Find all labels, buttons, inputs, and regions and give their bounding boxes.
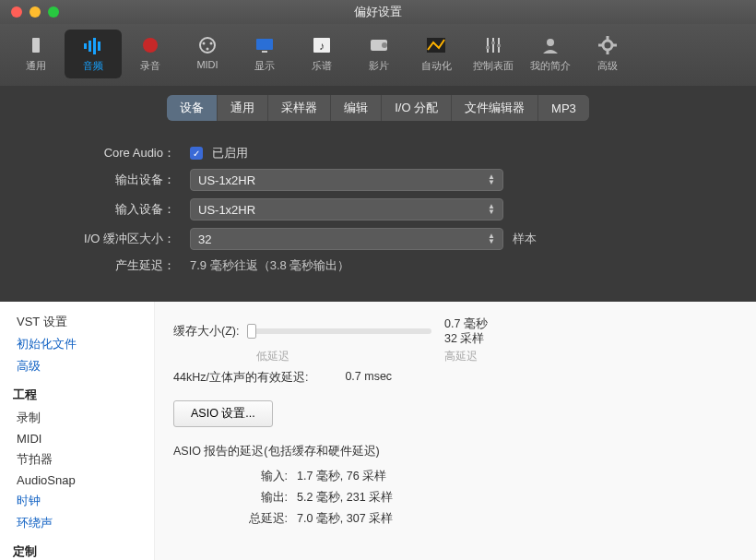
svg-point-23	[547, 39, 554, 46]
toolbar-item-label: 乐谱	[312, 59, 332, 73]
svg-rect-21	[491, 42, 495, 44]
svg-rect-0	[32, 38, 40, 53]
sidebar-item[interactable]: MIDI	[0, 429, 154, 448]
cache-size-label: 缓存大小(Z):	[173, 324, 247, 340]
svg-point-6	[200, 38, 215, 53]
chevron-updown-icon: ▲▼	[488, 233, 495, 244]
toolbar-item-label: 我的简介	[530, 59, 571, 73]
output-device-select[interactable]: US-1x2HR ▲▼	[190, 169, 503, 191]
left-sidebar: VST 设置初始化文件高级工程录制MIDI节拍器AudioSnap时钟环绕声定制…	[0, 302, 155, 560]
toolbar-item-record[interactable]: 录音	[122, 30, 179, 78]
svg-rect-17	[487, 38, 489, 53]
tab-sampler[interactable]: 采样器	[268, 95, 331, 121]
svg-rect-3	[93, 38, 96, 54]
sidebar-item[interactable]: VST 设置	[0, 311, 154, 333]
svg-rect-11	[262, 51, 267, 53]
output-device-label: 输出设备：	[0, 172, 181, 188]
report-output-label: 输出:	[236, 490, 288, 506]
midi-icon	[195, 35, 219, 55]
report-total-value: 7.0 毫秒, 307 采样	[297, 511, 393, 527]
cache-size-slider[interactable]	[247, 328, 431, 334]
toolbar-item-general[interactable]: 通用	[7, 30, 65, 78]
chevron-updown-icon: ▲▼	[488, 174, 495, 185]
svg-point-8	[210, 42, 213, 45]
sidebar-heading: 定制	[0, 534, 154, 560]
svg-rect-10	[256, 39, 273, 50]
sidebar-item[interactable]: AudioSnap	[0, 471, 154, 490]
sidebar-heading: 工程	[0, 377, 154, 407]
tab-strip: 设备通用采样器编辑I/O 分配文件编辑器MP3	[0, 86, 756, 134]
resulting-latency-value: 7.9 毫秒往返（3.8 毫秒输出）	[190, 257, 349, 274]
audio-icon	[81, 35, 105, 55]
toolbar-item-label: 自动化	[421, 59, 452, 73]
tab-mp3[interactable]: MP3	[538, 95, 589, 121]
svg-point-5	[143, 38, 158, 53]
sidebar-item[interactable]: 时钟	[0, 490, 154, 512]
cache-ms-value: 0.7 毫秒	[444, 316, 488, 331]
display-icon	[253, 35, 277, 55]
coreaudio-checkbox[interactable]: ✓	[190, 147, 203, 160]
svg-point-24	[603, 41, 612, 50]
toolbar-item-myinfo[interactable]: 我的简介	[522, 30, 579, 78]
tab-io[interactable]: I/O 分配	[382, 95, 452, 121]
preferences-toolbar: 通用音频录音MIDI显示♪乐谱影片自动化控制表面我的简介高级	[0, 24, 756, 86]
coreaudio-checkbox-label: 已启用	[212, 145, 248, 161]
window-title: 偏好设置	[0, 4, 756, 20]
toolbar-item-advanced[interactable]: 高级	[579, 30, 636, 78]
toolbar-item-label: 音频	[83, 59, 103, 73]
toolbar-item-score[interactable]: ♪乐谱	[293, 30, 350, 78]
right-content: 缓存大小(Z): 0.7 毫秒 32 采样 低延迟 高延迟 44kHz/立体声的…	[155, 302, 756, 560]
tab-fileeditor[interactable]: 文件编辑器	[452, 95, 538, 121]
effective-latency-label: 44kHz/立体声的有效延迟:	[173, 370, 308, 386]
record-icon	[138, 35, 162, 55]
svg-text:♪: ♪	[319, 40, 325, 53]
toolbar-item-midi[interactable]: MIDI	[179, 30, 236, 78]
low-latency-hint: 低延迟	[256, 349, 289, 364]
svg-rect-20	[486, 46, 490, 49]
sidebar-item[interactable]: 节拍器	[0, 448, 154, 471]
toolbar-item-display[interactable]: 显示	[236, 30, 293, 78]
general-icon	[24, 35, 48, 55]
toolbar-item-label: 高级	[597, 59, 618, 73]
toolbar-item-automation[interactable]: 自动化	[408, 30, 465, 78]
svg-point-7	[203, 42, 206, 45]
toolbar-item-label: MIDI	[196, 59, 218, 70]
toolbar-item-label: 通用	[26, 59, 46, 73]
asio-report-title: ASIO 报告的延迟(包括缓存和硬件延迟)	[173, 444, 738, 459]
toolbar-item-label: 影片	[369, 59, 389, 73]
svg-rect-1	[84, 43, 87, 49]
chevron-updown-icon: ▲▼	[488, 204, 495, 215]
tab-devices[interactable]: 设备	[167, 95, 218, 121]
toolbar-item-movie[interactable]: 影片	[350, 30, 408, 78]
svg-rect-2	[89, 41, 91, 52]
svg-rect-4	[98, 42, 100, 51]
buffer-size-suffix: 样本	[513, 231, 537, 247]
toolbar-item-controlsurface[interactable]: 控制表面	[465, 30, 522, 78]
sidebar-item[interactable]: 高级	[0, 355, 154, 377]
automation-icon	[424, 35, 448, 55]
sidebar-item[interactable]: 初始化文件	[0, 333, 154, 355]
report-total-label: 总延迟:	[236, 511, 288, 527]
svg-rect-22	[497, 44, 501, 47]
titlebar: 偏好设置	[0, 0, 756, 24]
sidebar-item[interactable]: 环绕声	[0, 512, 154, 534]
tab-general[interactable]: 通用	[218, 95, 268, 121]
svg-rect-18	[492, 38, 494, 53]
svg-point-15	[382, 42, 387, 48]
advanced-icon	[596, 35, 620, 55]
controlsurface-icon	[481, 35, 505, 55]
input-device-select[interactable]: US-1x2HR ▲▼	[190, 198, 503, 220]
coreaudio-label: Core Audio：	[0, 145, 181, 161]
buffer-size-label: I/O 缓冲区大小：	[0, 231, 181, 247]
effective-latency-value: 0.7 msec	[345, 370, 392, 386]
tab-edit[interactable]: 编辑	[331, 95, 382, 121]
movie-icon	[367, 35, 391, 55]
toolbar-item-label: 录音	[140, 59, 160, 73]
asio-settings-button[interactable]: ASIO 设置...	[173, 400, 273, 427]
slider-thumb[interactable]	[247, 324, 256, 339]
toolbar-item-audio[interactable]: 音频	[65, 30, 122, 78]
score-icon: ♪	[310, 35, 334, 55]
report-input-label: 输入:	[236, 469, 288, 484]
sidebar-item[interactable]: 录制	[0, 407, 154, 429]
buffer-size-select[interactable]: 32 ▲▼	[190, 228, 503, 250]
